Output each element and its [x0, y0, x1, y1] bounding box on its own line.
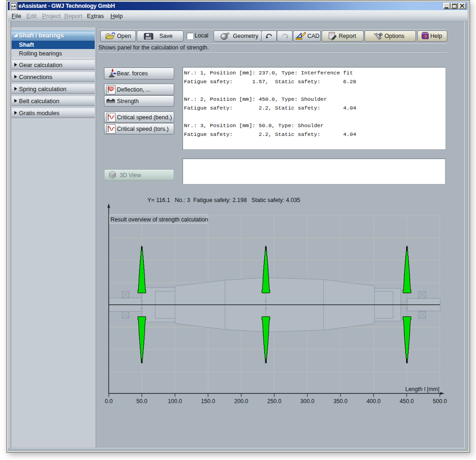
- svg-text:Result overview of strength ca: Result overview of strength calculation: [110, 216, 208, 223]
- svg-text:0.0: 0.0: [105, 398, 113, 405]
- svg-text:500.0: 500.0: [433, 398, 447, 405]
- svg-text:250.0: 250.0: [267, 398, 281, 405]
- svg-text:400.0: 400.0: [366, 398, 381, 405]
- svg-text:200.0: 200.0: [234, 398, 249, 405]
- svg-text:300.0: 300.0: [300, 398, 315, 405]
- svg-text:450.0: 450.0: [400, 398, 414, 405]
- svg-text:50.0: 50.0: [136, 398, 147, 405]
- svg-text:350.0: 350.0: [334, 398, 348, 405]
- svg-text:150.0: 150.0: [201, 398, 215, 405]
- svg-text:100.0: 100.0: [168, 398, 182, 405]
- svg-text:Length l [mm]: Length l [mm]: [405, 386, 439, 393]
